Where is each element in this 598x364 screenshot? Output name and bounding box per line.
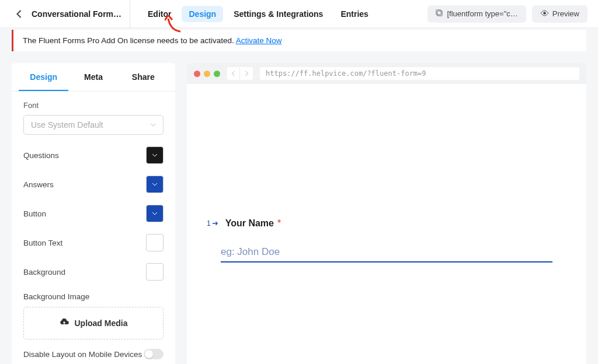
bg-image-label: Background Image bbox=[23, 292, 164, 301]
traffic-minimize-icon bbox=[204, 71, 210, 77]
design-sidebar: Design Meta Share Font Use System Defaul… bbox=[12, 63, 175, 364]
answers-label: Answers bbox=[23, 180, 54, 189]
cloud-upload-icon bbox=[59, 318, 69, 328]
font-label: Font bbox=[23, 101, 164, 110]
answers-color-swatch[interactable] bbox=[146, 176, 164, 193]
copy-icon bbox=[436, 9, 443, 19]
svg-rect-0 bbox=[437, 10, 442, 15]
questions-color-swatch[interactable] bbox=[146, 146, 164, 164]
eye-icon bbox=[540, 9, 549, 18]
button-text-color-swatch[interactable] bbox=[146, 234, 164, 251]
button-color-swatch[interactable] bbox=[146, 205, 164, 222]
shortcode-button[interactable]: [fluentform type="c… bbox=[427, 5, 526, 23]
preview-label: Preview bbox=[552, 9, 579, 18]
license-notice: The Fluent Forms Pro Add On license need… bbox=[12, 30, 586, 51]
arrow-right-icon bbox=[212, 221, 218, 226]
browser-forward-icon bbox=[240, 67, 253, 80]
disable-mobile-label: Disable Layout on Mobile Devices bbox=[23, 350, 142, 359]
font-select[interactable]: Use System Default bbox=[23, 115, 164, 135]
tab-editor[interactable]: Editor bbox=[141, 6, 178, 22]
form-title: Conversational Form… bbox=[27, 0, 130, 28]
svg-rect-1 bbox=[436, 9, 441, 14]
required-indicator: * bbox=[277, 218, 281, 229]
button-text-label: Button Text bbox=[23, 239, 62, 247]
back-button[interactable] bbox=[11, 6, 27, 22]
question-number: 1 bbox=[207, 219, 218, 228]
side-tab-share[interactable]: Share bbox=[119, 63, 168, 91]
activate-link[interactable]: Activate Now bbox=[236, 36, 282, 45]
tab-design[interactable]: Design bbox=[182, 6, 223, 22]
tab-entries[interactable]: Entries bbox=[333, 6, 375, 22]
chevron-down-icon bbox=[150, 123, 156, 127]
browser-back-icon bbox=[227, 67, 240, 80]
upload-media-button[interactable]: Upload Media bbox=[23, 307, 164, 340]
background-label: Background bbox=[23, 268, 65, 276]
questions-label: Questions bbox=[23, 151, 59, 160]
side-tab-design[interactable]: Design bbox=[19, 63, 68, 91]
browser-chrome: https://ff.helpvice.com/?fluent-form=9 bbox=[187, 63, 586, 84]
svg-point-2 bbox=[543, 12, 545, 14]
button-label: Button bbox=[23, 209, 46, 218]
shortcode-text: [fluentform type="c… bbox=[447, 9, 517, 18]
traffic-maximize-icon bbox=[214, 71, 220, 77]
preview-button[interactable]: Preview bbox=[532, 5, 587, 23]
background-color-swatch[interactable] bbox=[146, 263, 164, 281]
question-label: Your Name bbox=[225, 218, 274, 229]
tab-settings[interactable]: Settings & Integrations bbox=[227, 6, 330, 22]
browser-url: https://ff.helpvice.com/?fluent-form=9 bbox=[260, 67, 579, 80]
traffic-close-icon bbox=[194, 71, 200, 77]
side-tab-meta[interactable]: Meta bbox=[68, 63, 118, 91]
form-preview-panel: https://ff.helpvice.com/?fluent-form=9 1… bbox=[187, 63, 586, 364]
name-input[interactable] bbox=[221, 243, 552, 262]
disable-mobile-toggle[interactable] bbox=[144, 349, 164, 359]
